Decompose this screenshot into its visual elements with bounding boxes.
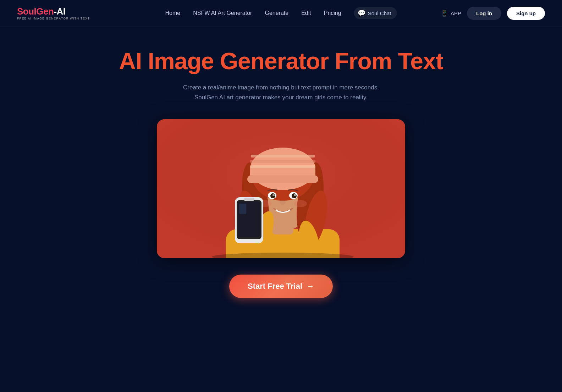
signup-button[interactable]: Sign up (507, 7, 545, 20)
arrow-icon: → (307, 282, 314, 291)
app-button[interactable]: 📱 APP (441, 10, 461, 17)
soul-chat-label: Soul Chat (368, 10, 391, 16)
nav-pricing[interactable]: Pricing (324, 10, 341, 16)
hero-subtitle-line1: Create a real/anime image from nothing b… (183, 84, 379, 91)
hero-section: AI Image Generator From Text Create a re… (0, 27, 562, 326)
svg-rect-13 (250, 165, 315, 168)
hero-image-card (157, 119, 405, 258)
svg-rect-30 (244, 198, 254, 201)
logo-text: SoulGen-AI (17, 6, 90, 17)
app-label: APP (451, 10, 461, 16)
nav-home[interactable]: Home (165, 10, 180, 16)
phone-icon: 📱 (441, 10, 448, 17)
svg-point-21 (272, 194, 275, 196)
soul-chat-button[interactable]: 💬 Soul Chat (354, 7, 397, 19)
start-free-trial-button[interactable]: Start Free Trial → (229, 275, 333, 298)
logo-subtitle: FREE AI IMAGE GENERATOR WITH TEXT (17, 17, 90, 20)
nav-nsfw[interactable]: NSFW AI Art Generator (193, 10, 252, 16)
nav-right: 📱 APP Log in Sign up (441, 7, 545, 20)
hero-title: AI Image Generator From Text (119, 48, 443, 74)
svg-point-22 (294, 194, 296, 196)
svg-rect-15 (251, 155, 315, 158)
nav-links: Home NSFW AI Art Generator Generate Edit… (165, 7, 397, 19)
svg-point-25 (294, 200, 307, 207)
hero-subtitle-line2: SoulGen AI art generator makes your drea… (194, 94, 368, 101)
login-button[interactable]: Log in (467, 7, 501, 20)
nav-edit[interactable]: Edit (301, 10, 311, 16)
svg-rect-32 (239, 204, 246, 214)
logo[interactable]: SoulGen-AI FREE AI IMAGE GENERATOR WITH … (17, 6, 90, 20)
svg-rect-16 (247, 175, 318, 183)
chat-bubble-icon: 💬 (358, 9, 365, 17)
navbar: SoulGen-AI FREE AI IMAGE GENERATOR WITH … (0, 0, 562, 27)
hero-illustration (157, 119, 405, 258)
svg-rect-14 (250, 160, 315, 163)
hero-subtitle: Create a real/anime image from nothing b… (183, 83, 379, 103)
svg-point-23 (280, 200, 286, 205)
cta-label: Start Free Trial (248, 282, 302, 291)
nav-generate[interactable]: Generate (265, 10, 288, 16)
